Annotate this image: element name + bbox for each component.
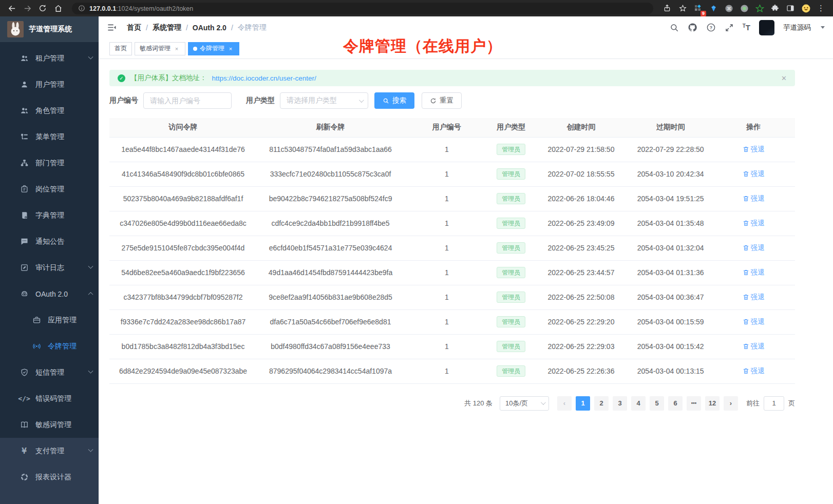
force-logout-button[interactable]: 强退	[743, 366, 765, 376]
force-logout-button[interactable]: 强退	[743, 243, 765, 253]
force-logout-button[interactable]: 强退	[743, 169, 765, 179]
forward-icon[interactable]	[21, 2, 34, 15]
tag-tab-item[interactable]: 首页	[109, 42, 132, 55]
page-button-5[interactable]: 5	[650, 396, 664, 411]
sidebar-toggle-icon[interactable]	[107, 23, 117, 32]
gem-extension-icon[interactable]	[707, 2, 720, 15]
sidebar-item-label: 短信管理	[35, 368, 64, 377]
sidebar-item-pay[interactable]: ¥支付管理	[0, 438, 99, 464]
force-logout-button[interactable]: 强退	[743, 219, 765, 228]
force-logout-button[interactable]: 强退	[743, 145, 765, 154]
browser-menu-icon[interactable]: ⋮	[815, 2, 828, 15]
side-panel-icon[interactable]	[784, 2, 797, 15]
sidebar-item-sms[interactable]: 短信管理	[0, 359, 99, 385]
sidebar-item-sensitive-word[interactable]: 敏感词管理	[0, 412, 99, 438]
alert-close-icon[interactable]: ✕	[781, 74, 787, 82]
page-button-4[interactable]: 4	[631, 396, 646, 411]
breadcrumb-item[interactable]: 首页	[127, 23, 141, 32]
doc-link[interactable]: https://doc.iocoder.cn/user-center/	[212, 74, 316, 82]
force-logout-button[interactable]: 强退	[743, 342, 765, 351]
pager-ellipsis[interactable]: •••	[687, 396, 701, 411]
users-icon	[20, 106, 29, 115]
sidebar-item-notice[interactable]: 通知公告	[0, 228, 99, 255]
github-icon[interactable]	[688, 23, 697, 32]
site-info-icon[interactable]	[78, 5, 85, 12]
sidebar-item-user[interactable]: 用户管理	[0, 71, 99, 98]
sidebar-item-menu[interactable]: 菜单管理	[0, 124, 99, 150]
home-icon[interactable]	[51, 2, 65, 15]
user-type-cell: 管理员	[489, 309, 533, 334]
extensions-puzzle-icon[interactable]	[768, 2, 782, 15]
chevron-down-icon[interactable]	[821, 26, 825, 29]
refresh-token-cell: 49d1aa46d1454fbd87591444423be9fa	[257, 260, 404, 285]
tag-tab-item[interactable]: 敏感词管理×	[135, 42, 185, 55]
access-token-cell: 502375b8040a469a9b82188afdf6af1f	[109, 186, 257, 211]
sidebar-item-error-code[interactable]: </>错误码管理	[0, 385, 99, 412]
tag-tab-active[interactable]: 令牌管理×	[188, 42, 239, 55]
force-logout-button[interactable]: 强退	[743, 293, 765, 302]
sidebar-item-dict[interactable]: 字典管理	[0, 202, 99, 228]
reload-icon[interactable]	[36, 2, 49, 15]
font-size-icon[interactable]: TT	[743, 23, 750, 32]
avatar[interactable]	[759, 20, 774, 35]
close-icon[interactable]: ×	[227, 45, 234, 52]
user-type-tag: 管理员	[497, 242, 525, 254]
prev-page-button[interactable]: ‹	[557, 396, 572, 411]
page-size-select[interactable]: 10条/页	[500, 396, 549, 411]
next-page-button[interactable]: ›	[724, 396, 738, 411]
sidebar-item-dept[interactable]: 部门管理	[0, 150, 99, 176]
sidebar-item-oauth2-token[interactable]: 令牌管理	[0, 333, 99, 359]
reset-button[interactable]: 重置	[422, 92, 462, 109]
sidebar-item-role[interactable]: 角色管理	[0, 98, 99, 124]
sidebar-item-label: 通知公告	[35, 237, 64, 246]
user-type-cell: 管理员	[489, 260, 533, 285]
refresh-token-cell: 9ce8ef2aa9f14056b831ae9b608e28d5	[257, 285, 404, 309]
star-extension-icon[interactable]	[753, 2, 766, 15]
back-icon[interactable]	[5, 2, 18, 15]
sidebar-item-tenant[interactable]: 租户管理	[0, 45, 99, 71]
user-name[interactable]: 芋道源码	[783, 23, 811, 32]
page-button-12[interactable]: 12	[705, 396, 720, 411]
search-button[interactable]: 搜索	[374, 92, 414, 109]
record-extension-icon[interactable]	[737, 2, 751, 15]
goto-page-input[interactable]	[764, 396, 784, 411]
sidebar-item-oauth2[interactable]: OAuth 2.0	[0, 281, 99, 307]
action-cell: 强退	[712, 236, 795, 260]
user-type-tag: 管理员	[497, 168, 525, 180]
sidebar-item-post[interactable]: 岗位管理	[0, 176, 99, 202]
sidebar-item-report-designer[interactable]: 报表设计器	[0, 464, 99, 490]
delete-icon	[743, 220, 749, 226]
breadcrumb-item[interactable]: OAuth 2.0	[193, 24, 226, 32]
refresh-token-cell: dfa6c71a50a54c66bef706ef9e6e8d81	[257, 309, 404, 334]
command-extension-icon[interactable]: ⌘	[722, 2, 735, 15]
share-icon[interactable]	[660, 2, 674, 15]
user-id-input[interactable]	[143, 92, 232, 109]
extension-grid-icon[interactable]: 9	[691, 2, 705, 15]
force-logout-button[interactable]: 强退	[743, 317, 765, 326]
address-bar[interactable]: 127.0.0.1:1024/system/oauth2/token	[72, 3, 653, 14]
force-logout-button[interactable]: 强退	[743, 268, 765, 277]
sidebar-item-oauth2-app[interactable]: 应用管理	[0, 307, 99, 333]
page-button-2[interactable]: 2	[594, 396, 609, 411]
expire-time-cell: 2054-03-04 01:35:48	[629, 211, 712, 236]
user-type-select[interactable]: 请选择用户类型	[280, 92, 368, 109]
page-button-1[interactable]: 1	[576, 396, 590, 411]
close-icon[interactable]: ×	[173, 45, 180, 52]
bookmark-star-icon[interactable]	[676, 2, 689, 15]
chevron-down-icon	[88, 54, 93, 60]
breadcrumb-item[interactable]: 系统管理	[153, 23, 181, 32]
access-token-cell: c347026e805e4d99b0d116eae66eda8c	[109, 211, 257, 236]
fullscreen-icon[interactable]	[725, 23, 734, 32]
access-token-cell: 54d6be82ee5a460a9aedc1f9bf223656	[109, 260, 257, 285]
force-logout-button[interactable]: 强退	[743, 194, 765, 203]
user-id-cell: 1	[404, 162, 489, 186]
help-icon[interactable]: ?	[706, 23, 716, 32]
sidebar-item-audit-log[interactable]: 审计日志	[0, 255, 99, 281]
profile-emoji-icon[interactable]	[799, 2, 812, 15]
action-cell: 强退	[712, 334, 795, 359]
create-time-cell: 2022-06-25 22:26:36	[533, 359, 629, 383]
search-icon[interactable]	[670, 23, 679, 32]
page-button-6[interactable]: 6	[668, 396, 683, 411]
page-button-3[interactable]: 3	[613, 396, 627, 411]
refresh-token-cell: b0df4980ffd34c67a08f9156e4eee733	[257, 334, 404, 359]
